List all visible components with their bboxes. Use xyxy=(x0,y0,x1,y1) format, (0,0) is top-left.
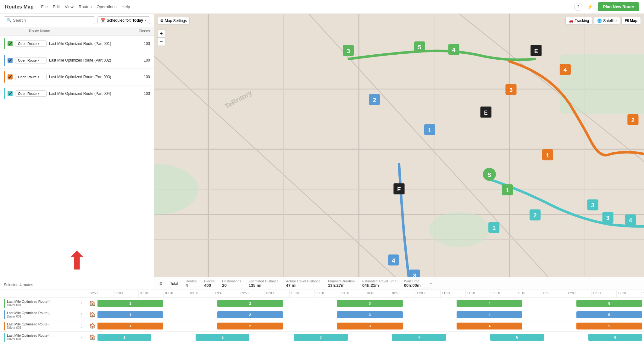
menu-bar: File Edit View Routes Operations Help xyxy=(41,4,130,9)
satellite-icon: 🌐 xyxy=(597,19,602,23)
timeline-block[interactable]: 3 xyxy=(337,323,402,329)
timeline-block[interactable]: 4 xyxy=(457,311,522,318)
timeline-color-bar xyxy=(4,310,5,319)
route-pieces: 100 xyxy=(131,75,150,79)
bolt-icon[interactable]: ⚡ xyxy=(586,3,594,11)
timeline-block[interactable]: 1 xyxy=(97,300,163,307)
timeline-block[interactable]: 2 xyxy=(217,323,283,329)
route-name: Last Mile Optimized Route (Part 002) xyxy=(49,58,129,63)
tracking-button[interactable]: 🚗 Tracking xyxy=(565,17,593,24)
time-tick: 12:30 xyxy=(641,290,644,297)
menu-view[interactable]: View xyxy=(65,4,74,9)
route-status-button[interactable]: Open Route ▼ xyxy=(15,90,47,97)
route-name: Last Mile Optimized Route (Part 004) xyxy=(49,91,129,96)
route-checkbox[interactable] xyxy=(8,41,13,46)
svg-text:3: 3 xyxy=(606,215,610,221)
time-tick: 10:40 xyxy=(365,290,390,297)
route-status-button[interactable]: Open Route ▼ xyxy=(15,74,47,80)
route-name: Last Mile Optimized Route (Part 003) xyxy=(49,75,129,79)
map-area[interactable]: 3 5 4 E E E E 1 2 4 xyxy=(154,14,644,290)
expand-icon[interactable]: ▼ xyxy=(430,282,433,285)
schedule-chevron-icon: ▼ xyxy=(144,19,147,22)
timeline-route-info: Last Mile Optimized Route (... Driver 00… xyxy=(7,300,76,307)
timeline-dots-menu[interactable]: ⋮ xyxy=(78,312,85,317)
timeline-row: Last Mile Optimized Route (... Driver 00… xyxy=(0,332,644,343)
timeline-block[interactable]: 5 xyxy=(576,323,642,329)
svg-text:2: 2 xyxy=(533,212,537,219)
time-tick: 12:10 xyxy=(591,290,616,297)
plan-new-route-button[interactable]: Plan New Route xyxy=(598,2,639,11)
top-bar: Routes Map File Edit View Routes Operati… xyxy=(0,0,644,14)
menu-help[interactable]: Help xyxy=(122,4,130,9)
route-status-chevron: ▼ xyxy=(37,42,40,45)
satellite-button[interactable]: 🌐 Satellite xyxy=(594,17,620,24)
timeline-block[interactable]: 4 xyxy=(457,323,522,329)
timeline-block[interactable]: 2 xyxy=(217,300,283,307)
total-label: Total xyxy=(170,281,178,286)
route-checkbox[interactable] xyxy=(8,58,13,63)
route-row[interactable]: Open Route ▼ Last Mile Optimized Route (… xyxy=(0,35,154,52)
timeline-block[interactable]: 2 xyxy=(196,334,249,341)
timeline-block[interactable]: 5 xyxy=(490,334,544,341)
timeline-route-label: Last Mile Optimized Route (... Driver 00… xyxy=(0,332,88,342)
route-color-bar xyxy=(4,55,5,66)
timeline-block[interactable]: 3 xyxy=(337,300,402,307)
stats-gear-icon[interactable]: ⚙ xyxy=(159,281,163,286)
help-icon[interactable]: ? xyxy=(574,3,582,11)
timeline-block[interactable]: 4 xyxy=(392,334,446,341)
timeline-block[interactable]: 3 xyxy=(294,334,347,341)
timeline-block[interactable]: 5 xyxy=(576,300,642,307)
menu-edit[interactable]: Edit xyxy=(53,4,60,9)
svg-text:4: 4 xyxy=(452,46,456,53)
search-box[interactable]: 🔍 xyxy=(4,16,95,24)
timeline-route-label: Last Mile Optimized Route (... Driver 00… xyxy=(0,310,88,320)
svg-text:3: 3 xyxy=(347,48,350,54)
timeline-block[interactable]: 3 xyxy=(337,311,402,318)
route-checkbox[interactable] xyxy=(8,74,13,79)
timeline-driver: Driver 001 xyxy=(7,326,76,329)
timeline-block[interactable]: 1 xyxy=(97,311,163,318)
timeline-route-info: Last Mile Optimized Route (... Driver 00… xyxy=(7,322,76,329)
menu-operations[interactable]: Operations xyxy=(97,4,117,9)
svg-text:1: 1 xyxy=(506,187,509,193)
svg-text:4: 4 xyxy=(392,257,395,264)
timeline-block[interactable]: 1 xyxy=(97,334,151,341)
schedule-button[interactable]: 📅 Scheduled for: Today ▼ xyxy=(97,16,150,24)
svg-text:E: E xyxy=(484,110,488,116)
timeline-driver: Driver 001 xyxy=(7,303,76,307)
zoom-in-button[interactable]: + xyxy=(157,30,165,38)
timeline-dots-menu[interactable]: ⋮ xyxy=(78,335,85,340)
zoom-out-button[interactable]: − xyxy=(157,38,165,46)
time-tick: 09:50 xyxy=(239,290,264,297)
menu-file[interactable]: File xyxy=(41,4,48,9)
route-status-button[interactable]: Open Route ▼ xyxy=(15,41,47,47)
stat-wait-time: Wait Time 00h:00m xyxy=(404,279,421,288)
route-status-button[interactable]: Open Route ▼ xyxy=(15,57,47,63)
timeline-block[interactable]: 6 xyxy=(588,334,642,341)
menu-routes[interactable]: Routes xyxy=(79,4,92,9)
route-row[interactable]: Open Route ▼ Last Mile Optimized Route (… xyxy=(0,85,154,102)
timeline-block[interactable]: 1 xyxy=(97,323,163,329)
timeline-dots-menu[interactable]: ⋮ xyxy=(78,301,85,306)
time-tick: 10:10 xyxy=(289,290,314,297)
timeline-block[interactable]: 2 xyxy=(217,311,283,318)
time-tick: 10:50 xyxy=(390,290,415,297)
time-tick: 09:40 xyxy=(214,290,239,297)
time-tick: 11:40 xyxy=(516,290,541,297)
timeline-block[interactable]: 5 xyxy=(576,311,642,318)
map-settings-button[interactable]: ⚙ Map Settings xyxy=(157,17,190,24)
route-name: Last Mile Optimized Route (Part 001) xyxy=(49,41,129,46)
stat-routes: Routes 4 xyxy=(186,279,197,288)
timeline-color-bar xyxy=(4,333,5,342)
timeline-block[interactable]: 4 xyxy=(457,300,522,307)
timeline-header: 08:5009:0009:1009:2009:3009:4009:5010:00… xyxy=(0,290,644,298)
route-row[interactable]: Open Route ▼ Last Mile Optimized Route (… xyxy=(0,52,154,69)
search-input[interactable] xyxy=(13,18,92,23)
timeline-dots-menu[interactable]: ⋮ xyxy=(78,324,85,329)
route-checkbox[interactable] xyxy=(8,91,13,96)
route-row[interactable]: Open Route ▼ Last Mile Optimized Route (… xyxy=(0,69,154,85)
route-pieces: 100 xyxy=(131,41,150,46)
map-button[interactable]: 🗺 Map xyxy=(621,17,641,24)
timeline-route-label: Last Mile Optimized Route (... Driver 00… xyxy=(0,321,88,331)
timeline-row: Last Mile Optimized Route (... Driver 00… xyxy=(0,298,644,309)
